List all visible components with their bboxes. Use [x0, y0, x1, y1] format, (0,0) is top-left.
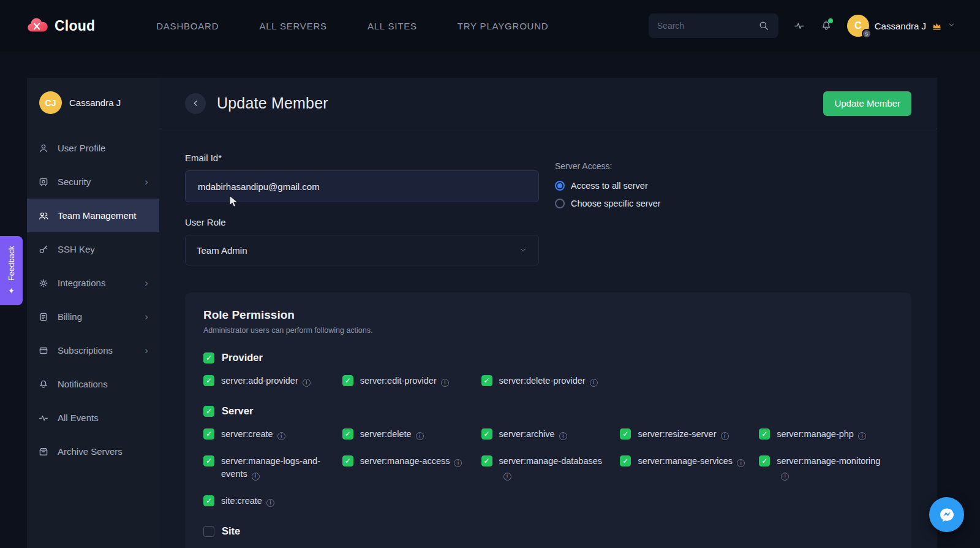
permission-checkbox[interactable] [203, 428, 214, 440]
bell-icon [38, 379, 49, 390]
update-member-button[interactable]: Update Member [823, 91, 911, 116]
info-icon[interactable]: i [590, 379, 598, 387]
sidebar-user-name: Cassandra J [69, 97, 121, 108]
permission-group-header[interactable]: Provider [203, 352, 893, 363]
nav-link[interactable]: ALL SITES [368, 21, 417, 31]
chevron-right-icon: › [145, 177, 148, 187]
permission-group-label: Site [222, 525, 240, 537]
permission-checkbox[interactable] [203, 495, 214, 506]
email-field[interactable] [185, 170, 539, 202]
sidebar-item[interactable]: Team Management › [27, 199, 159, 232]
notifications-bell-icon[interactable] [820, 20, 832, 32]
nav-link[interactable]: TRY PLAYGROUND [458, 21, 549, 31]
user-menu[interactable]: C s Cassandra J [847, 15, 956, 37]
permission-item[interactable]: server:resize-serveri [620, 428, 754, 441]
permission-group-header[interactable]: Site [203, 525, 893, 537]
info-icon[interactable]: i [737, 459, 745, 467]
sidebar-item[interactable]: Integrations › [27, 266, 159, 300]
sidebar-item[interactable]: User Profile › [27, 131, 159, 165]
permission-checkbox[interactable] [620, 455, 631, 466]
info-icon[interactable]: i [721, 432, 729, 440]
radio-option[interactable]: Access to all server [555, 181, 661, 191]
sidebar-item[interactable]: Notifications › [27, 367, 159, 401]
group-checkbox[interactable] [203, 526, 214, 537]
permission-checkbox[interactable] [203, 375, 214, 386]
chevron-right-icon: › [145, 345, 148, 356]
user-role-select[interactable]: Team Admin [185, 235, 539, 265]
sidebar-item[interactable]: SSH Key › [27, 232, 159, 266]
permission-item[interactable]: server:delete-provideri [481, 375, 616, 388]
radio-button[interactable] [555, 181, 565, 191]
group-checkbox[interactable] [203, 352, 214, 363]
archive-icon [38, 446, 49, 457]
permission-checkbox[interactable] [481, 375, 492, 386]
info-icon[interactable]: i [503, 473, 511, 481]
group-checkbox[interactable] [203, 406, 214, 417]
permission-item[interactable]: server:manage-servicesi [620, 455, 754, 468]
sidebar-avatar: CJ [39, 91, 62, 114]
sidebar-item[interactable]: Subscriptions › [27, 333, 159, 367]
search-icon[interactable] [758, 20, 770, 32]
permission-checkbox[interactable] [481, 455, 492, 466]
nav-link[interactable]: DASHBOARD [156, 21, 219, 31]
permission-item[interactable]: site:createi [203, 495, 337, 508]
permission-item[interactable]: server:manage-accessi [342, 455, 477, 468]
permission-item[interactable]: server:deletei [342, 428, 477, 441]
info-icon[interactable]: i [441, 379, 449, 387]
sidebar-item-label: Billing [58, 311, 82, 322]
logo[interactable]: Cloud [24, 16, 95, 36]
sidebar-item[interactable]: Billing › [27, 300, 159, 333]
sidebar-item-label: SSH Key [58, 244, 95, 254]
sidebar-menu: User Profile › Security › Team Managemen… [27, 125, 159, 468]
gear-icon [38, 278, 49, 289]
permission-checkbox[interactable] [759, 455, 770, 466]
radio-button[interactable] [555, 199, 565, 208]
permission-label: server:manage-databases [499, 456, 602, 466]
permission-item[interactable]: server:manage-logs-and-eventsi [203, 455, 337, 482]
info-icon[interactable]: i [252, 473, 260, 481]
back-button[interactable] [185, 93, 206, 114]
permission-item[interactable]: server:manage-phpi [759, 428, 893, 441]
search-input[interactable] [657, 21, 758, 31]
permission-checkbox[interactable] [620, 428, 631, 440]
info-icon[interactable]: i [266, 499, 274, 507]
permission-item[interactable]: server:archivei [481, 428, 616, 441]
billing-icon [38, 311, 49, 322]
permission-item[interactable]: server:manage-databasesi [481, 455, 616, 482]
info-icon[interactable]: i [858, 432, 866, 440]
chat-widget-button[interactable] [929, 497, 964, 532]
permission-checkbox[interactable] [342, 428, 353, 440]
permission-checkbox[interactable] [481, 428, 492, 440]
info-icon[interactable]: i [277, 432, 285, 440]
role-permission-subtitle: Administrator users can perform followin… [203, 326, 893, 335]
permission-item[interactable]: server:createi [203, 428, 337, 441]
permission-checkbox[interactable] [342, 455, 353, 466]
form-left-column: Email Id* User Role Team Admin [185, 153, 539, 265]
permission-group-header[interactable]: Server [203, 405, 893, 417]
top-navbar: Cloud DASHBOARDALL SERVERSALL SITESTRY P… [0, 0, 980, 51]
permission-item[interactable]: server:add-provideri [203, 375, 337, 388]
info-icon[interactable]: i [416, 432, 424, 440]
main-header: Update Member Update Member [159, 78, 937, 129]
permission-item[interactable]: server:manage-monitoringi [759, 455, 893, 482]
permission-checkbox[interactable] [759, 428, 770, 440]
nav-link[interactable]: ALL SERVERS [259, 21, 327, 31]
sidebar-item[interactable]: All Events › [27, 401, 159, 435]
info-icon[interactable]: i [781, 473, 789, 481]
radio-option[interactable]: Choose specific server [555, 199, 661, 208]
sparkle-icon: ✦ [8, 286, 15, 295]
info-icon[interactable]: i [303, 379, 311, 387]
sidebar-item[interactable]: Security › [27, 165, 159, 199]
activity-icon[interactable] [793, 20, 805, 32]
feedback-tab[interactable]: Feedback ✦ [0, 236, 23, 305]
radio-label: Access to all server [571, 181, 648, 191]
info-icon[interactable]: i [454, 459, 462, 467]
permission-group: Server server:createi server:deletei ser… [203, 405, 893, 508]
permission-label: server:delete-provider [499, 376, 586, 386]
info-icon[interactable]: i [559, 432, 567, 440]
user-role-label: User Role [185, 217, 539, 227]
permission-item[interactable]: server:edit-provideri [342, 375, 477, 388]
sidebar-item[interactable]: Archive Servers › [27, 435, 159, 468]
permission-checkbox[interactable] [203, 455, 214, 466]
permission-checkbox[interactable] [342, 375, 353, 386]
